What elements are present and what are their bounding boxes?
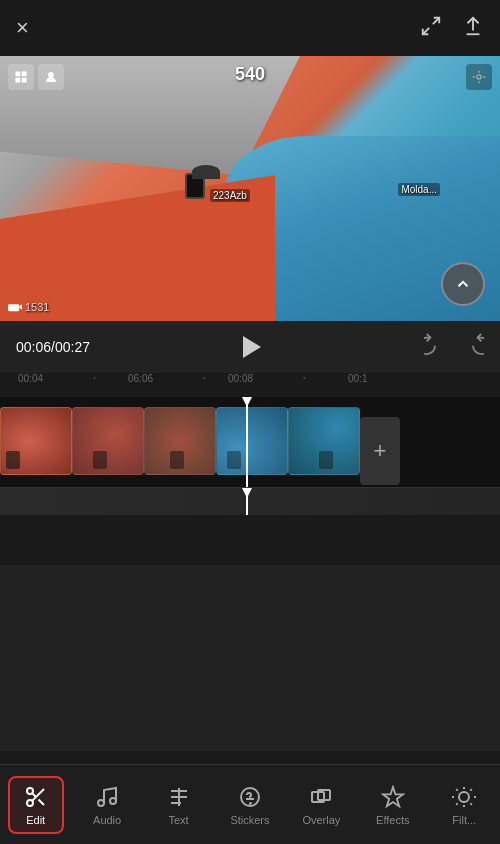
editor-area: 00:06/00:27 00:04 • 06:06 [0, 321, 500, 751]
toolbar-audio[interactable]: Audio [79, 778, 135, 832]
hud-bottom-left: 1531 [8, 301, 49, 313]
undo-button[interactable] [424, 333, 446, 361]
toolbar-filter[interactable]: Filt... [436, 778, 492, 832]
audio-label: Audio [93, 814, 121, 826]
ruler-mark-4: 00:1 [348, 373, 367, 384]
hud-top-left [8, 64, 64, 90]
clip-5[interactable] [288, 407, 360, 475]
ruler-mark-2: 06:06 [128, 373, 153, 384]
svg-rect-3 [15, 71, 20, 76]
scissors-icon [24, 784, 48, 810]
timeline-track[interactable]: + [0, 397, 500, 487]
redo-button[interactable] [462, 333, 484, 361]
filter-icon [452, 784, 476, 810]
toolbar-stickers[interactable]: Stickers [222, 778, 278, 832]
top-bar: × [0, 0, 500, 56]
clip-1[interactable] [0, 407, 72, 475]
playhead [246, 397, 248, 487]
effects-label: Effects [376, 814, 409, 826]
text-icon [167, 784, 191, 810]
share-button[interactable] [462, 15, 484, 42]
video-preview: 540 223Azb Molda... 1531 [0, 56, 500, 321]
secondary-track [0, 487, 500, 515]
svg-rect-9 [8, 304, 19, 311]
hud-score: 540 [235, 64, 265, 85]
svg-rect-6 [22, 78, 27, 83]
svg-point-10 [27, 788, 33, 794]
overlay-label: Overlay [302, 814, 340, 826]
toolbar-overlay[interactable]: Overlay [293, 778, 349, 832]
close-button[interactable]: × [16, 15, 29, 41]
svg-line-13 [38, 799, 44, 805]
timecode-display: 1531 [25, 301, 49, 313]
nav-circle-button[interactable] [441, 262, 485, 306]
text-label: Text [168, 814, 188, 826]
svg-rect-5 [15, 78, 20, 83]
player-name-2: Molda... [398, 183, 440, 196]
clip-4[interactable] [216, 407, 288, 475]
sticker-icon [238, 784, 262, 810]
hud-top-right [466, 64, 492, 90]
time-display: 00:06/00:27 [16, 339, 424, 355]
toolbar-effects[interactable]: Effects [365, 778, 421, 832]
clip-2[interactable] [72, 407, 144, 475]
expand-button[interactable] [420, 15, 442, 42]
svg-point-8 [477, 75, 481, 79]
ruler-mark-1: 00:04 [18, 373, 43, 384]
svg-line-14 [32, 793, 36, 797]
overlay-icon [309, 784, 333, 810]
svg-point-7 [48, 72, 54, 78]
music-note-icon [95, 784, 119, 810]
clip-3[interactable] [144, 407, 216, 475]
undo-redo-controls [424, 333, 484, 361]
svg-point-11 [27, 800, 33, 806]
toolbar-text[interactable]: Text [151, 778, 207, 832]
svg-point-16 [110, 798, 116, 804]
playhead-secondary [246, 488, 248, 515]
bottom-toolbar: Edit Audio Text [0, 764, 500, 844]
toolbar-edit[interactable]: Edit [8, 776, 64, 834]
timeline-controls: 00:06/00:27 [0, 321, 500, 373]
player-name: 223Azb [210, 189, 250, 202]
svg-point-24 [459, 792, 469, 802]
svg-point-15 [98, 800, 104, 806]
add-clip-button[interactable]: + [360, 417, 400, 485]
svg-rect-4 [22, 71, 27, 76]
ruler-mark-3: 00:08 [228, 373, 253, 384]
edit-label: Edit [26, 814, 45, 826]
timeline-ruler: 00:04 • 06:06 • 00:08 • 00:1 [0, 373, 500, 397]
filter-label: Filt... [452, 814, 476, 826]
sparkle-icon [381, 784, 405, 810]
svg-line-1 [423, 27, 429, 33]
play-button[interactable] [232, 329, 268, 365]
stickers-label: Stickers [230, 814, 269, 826]
svg-line-0 [433, 17, 439, 23]
